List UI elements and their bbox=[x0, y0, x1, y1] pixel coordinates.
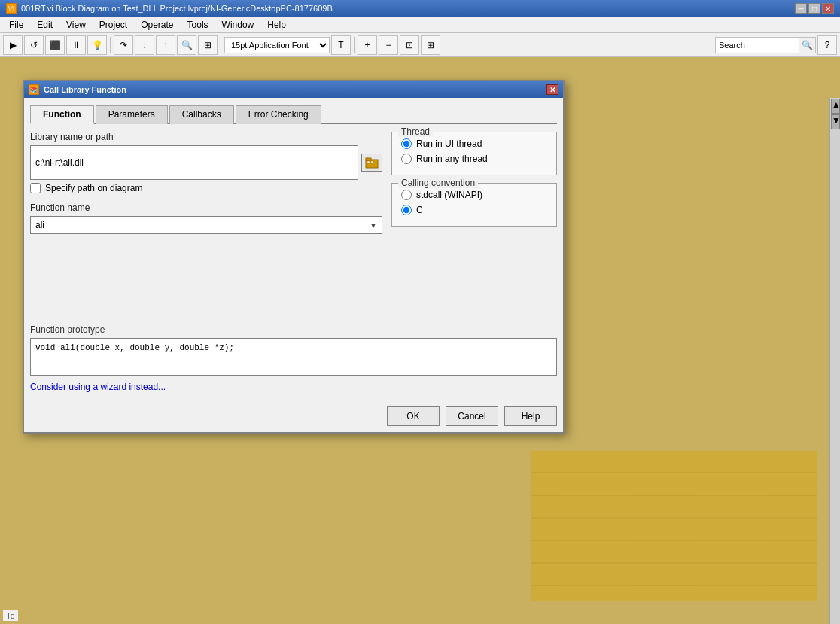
function-name-value: ali bbox=[35, 220, 44, 230]
svg-rect-80 bbox=[371, 161, 373, 163]
function-name-label: Function name bbox=[30, 202, 382, 213]
prototype-value: void ali(double x, double y, double *z); bbox=[35, 343, 234, 352]
function-name-select[interactable]: ali ▼ bbox=[30, 216, 382, 234]
specify-path-row: Specify path on diagram bbox=[30, 183, 382, 193]
menu-window[interactable]: Window bbox=[216, 18, 260, 32]
fit-button[interactable]: ⊡ bbox=[400, 35, 419, 55]
function-name-group: Function name ali ▼ bbox=[30, 202, 382, 234]
step-over-button[interactable]: ↷ bbox=[114, 35, 133, 55]
notebook-background bbox=[531, 451, 817, 601]
specify-path-label: Specify path on diagram bbox=[45, 183, 142, 193]
font-selector[interactable]: 15pt Application Font bbox=[224, 37, 330, 53]
calling-c-label: C bbox=[416, 205, 423, 215]
menu-operate[interactable]: Operate bbox=[135, 18, 179, 32]
thread-option1-row: Run in UI thread bbox=[401, 138, 547, 149]
pause-button[interactable]: ⏸ bbox=[66, 35, 86, 55]
close-button[interactable]: ✕ bbox=[822, 3, 834, 14]
status-text: Te bbox=[3, 610, 18, 621]
svg-rect-78 bbox=[366, 158, 371, 160]
svg-rect-79 bbox=[367, 161, 370, 163]
menu-tools[interactable]: Tools bbox=[181, 18, 215, 32]
form-area: Library name or path bbox=[30, 132, 557, 321]
app-icon: VI bbox=[6, 3, 17, 14]
calling-stdcall-label: stdcall (WINAPI) bbox=[416, 190, 482, 200]
dialog-content: Function Parameters Callbacks Error Chec… bbox=[24, 98, 563, 432]
dialog-title-text: Call Library Function bbox=[44, 85, 126, 94]
zoom-out-button[interactable]: − bbox=[379, 35, 398, 55]
run-button[interactable]: ▶ bbox=[3, 35, 23, 55]
sep2 bbox=[221, 37, 221, 53]
window-title: 001RT.vi Block Diagram on Test_DLL Proje… bbox=[21, 4, 333, 13]
text-settings-button[interactable]: T bbox=[331, 35, 351, 55]
form-right: Thread Run in UI thread Run in any threa… bbox=[391, 132, 557, 321]
specify-path-checkbox[interactable] bbox=[30, 183, 41, 193]
thread-option2-row: Run in any thread bbox=[401, 154, 547, 164]
dialog-close-button[interactable]: ✕ bbox=[546, 84, 558, 95]
search-input[interactable] bbox=[716, 38, 799, 53]
abort-button[interactable]: ⬛ bbox=[45, 35, 65, 55]
step-out-button[interactable]: ↑ bbox=[156, 35, 175, 55]
calling-c-radio[interactable] bbox=[401, 205, 412, 215]
thread-ui-radio[interactable] bbox=[401, 138, 412, 149]
thread-group-title: Thread bbox=[398, 126, 433, 137]
highlight-button[interactable]: 💡 bbox=[87, 35, 107, 55]
menu-edit[interactable]: Edit bbox=[31, 18, 59, 32]
scrollbar-up-arrow[interactable]: ▲ bbox=[831, 99, 840, 114]
search-icon[interactable]: 🔍 bbox=[799, 38, 815, 53]
browse-button[interactable] bbox=[361, 154, 382, 172]
thread-any-label: Run in any thread bbox=[416, 154, 488, 164]
call-library-dialog: 📚 Call Library Function ✕ Function Param… bbox=[23, 80, 565, 434]
menu-project[interactable]: Project bbox=[93, 18, 133, 32]
sep3 bbox=[354, 37, 355, 53]
step-into-button[interactable]: ↓ bbox=[135, 35, 154, 55]
run-continuously-button[interactable]: ↺ bbox=[24, 35, 44, 55]
thread-any-radio[interactable] bbox=[401, 154, 412, 164]
tab-error-checking[interactable]: Error Checking bbox=[236, 105, 321, 124]
library-group: Library name or path bbox=[30, 132, 382, 193]
tab-callbacks[interactable]: Callbacks bbox=[169, 105, 234, 124]
clean-diagram-button[interactable]: ⊞ bbox=[198, 35, 218, 55]
calling-option2-row: C bbox=[401, 205, 547, 215]
calling-stdcall-radio[interactable] bbox=[401, 190, 412, 200]
cancel-button[interactable]: Cancel bbox=[446, 406, 498, 426]
dialog-buttons: OK Cancel Help bbox=[30, 400, 557, 426]
dialog-title-bar: 📚 Call Library Function ✕ bbox=[24, 81, 563, 98]
search-container: 🔍 bbox=[715, 37, 816, 53]
menu-help[interactable]: Help bbox=[261, 18, 292, 32]
grid-button[interactable]: ⊞ bbox=[421, 35, 440, 55]
menu-bar: File Edit View Project Operate Tools Win… bbox=[0, 17, 840, 33]
right-scrollbar[interactable]: ▲ ▼ bbox=[829, 98, 840, 624]
form-left: Library name or path bbox=[30, 132, 382, 321]
menu-view[interactable]: View bbox=[60, 18, 92, 32]
tab-parameters[interactable]: Parameters bbox=[96, 105, 168, 124]
toolbar: ▶ ↺ ⬛ ⏸ 💡 ↷ ↓ ↑ 🔍 ⊞ 15pt Application Fon… bbox=[0, 33, 840, 57]
probe-button[interactable]: 🔍 bbox=[177, 35, 196, 55]
library-path-input[interactable] bbox=[30, 145, 358, 180]
thread-group: Thread Run in UI thread Run in any threa… bbox=[391, 132, 557, 175]
prototype-box: void ali(double x, double y, double *z); bbox=[30, 338, 557, 376]
svg-rect-77 bbox=[366, 160, 378, 168]
minimize-button[interactable]: ─ bbox=[795, 3, 807, 14]
sep1 bbox=[110, 37, 111, 53]
dialog-icon: 📚 bbox=[29, 84, 39, 95]
wizard-link[interactable]: Consider using a wizard instead... bbox=[30, 382, 557, 392]
prototype-section: Function prototype void ali(double x, do… bbox=[30, 324, 557, 376]
calling-convention-group: Calling convention stdcall (WINAPI) C bbox=[391, 183, 557, 227]
tab-bar: Function Parameters Callbacks Error Chec… bbox=[30, 104, 557, 124]
title-bar: VI 001RT.vi Block Diagram on Test_DLL Pr… bbox=[0, 0, 840, 17]
main-area: 100 1 → VI ?! X ?! Y bbox=[0, 57, 840, 624]
scrollbar-down-arrow[interactable]: ▼ bbox=[831, 114, 840, 129]
function-name-arrow: ▼ bbox=[370, 221, 377, 230]
menu-file[interactable]: File bbox=[3, 18, 29, 32]
maximize-button[interactable]: □ bbox=[808, 3, 820, 14]
help-button[interactable]: Help bbox=[504, 406, 557, 426]
ok-button[interactable]: OK bbox=[387, 406, 440, 426]
help-button[interactable]: ? bbox=[817, 35, 837, 55]
thread-ui-label: Run in UI thread bbox=[416, 138, 482, 149]
tab-function[interactable]: Function bbox=[30, 105, 94, 124]
prototype-label: Function prototype bbox=[30, 324, 557, 335]
calling-option1-row: stdcall (WINAPI) bbox=[401, 190, 547, 200]
zoom-in-button[interactable]: + bbox=[358, 35, 377, 55]
calling-convention-title: Calling convention bbox=[398, 178, 478, 188]
library-label: Library name or path bbox=[30, 132, 382, 142]
